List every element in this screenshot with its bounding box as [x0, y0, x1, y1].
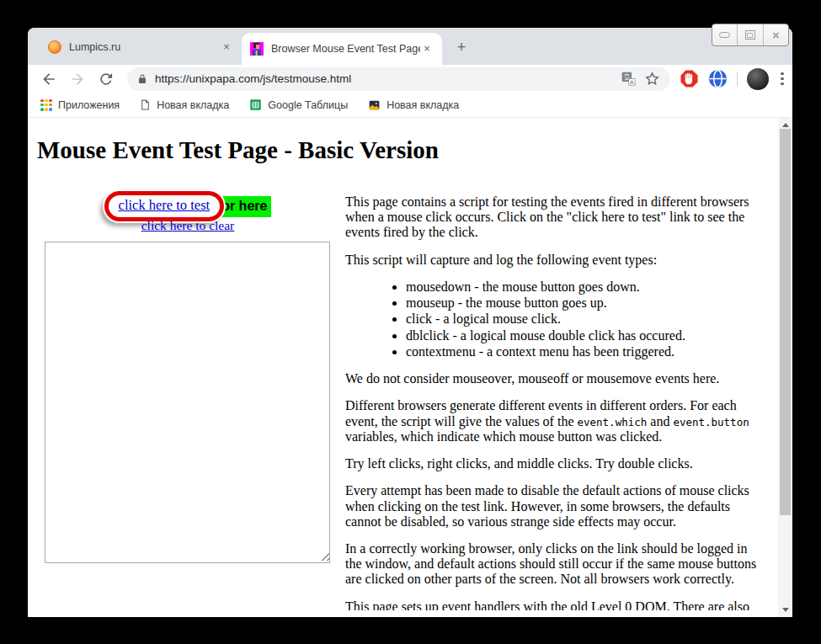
bookmark-label: Приложения: [58, 99, 120, 111]
bookmark-label: Новая вкладка: [157, 99, 229, 111]
forward-icon[interactable]: [69, 71, 86, 88]
translate-icon[interactable]: [621, 72, 636, 86]
bookmarks-bar: Приложения Новая вкладка Google Таблицы: [28, 93, 792, 118]
bookmark-new-tab-2[interactable]: Новая вкладка: [368, 99, 459, 111]
tab-close-icon[interactable]: ×: [220, 40, 233, 54]
back-icon[interactable]: [40, 71, 57, 88]
maximize-icon: [745, 30, 755, 40]
clipped-paragraph-wrap: This page sets up event handlers with th…: [345, 599, 766, 610]
tab-title: Lumpics.ru: [69, 41, 220, 53]
list-item: dblclick - a logical mouse double click …: [406, 328, 766, 343]
image-icon: [368, 99, 381, 111]
code-event-button: event.button: [673, 416, 749, 428]
paragraph-try: Try left clicks, right clicks, and middl…: [345, 456, 766, 471]
bookmark-star-icon[interactable]: [644, 71, 660, 87]
tab-close-icon[interactable]: ×: [420, 42, 434, 56]
bookmark-google-sheets[interactable]: Google Таблицы: [249, 98, 348, 111]
sheets-icon: [249, 98, 262, 111]
chrome-menu-icon[interactable]: [779, 71, 786, 88]
event-types-list: mousedown - the mouse button goes down. …: [345, 279, 766, 359]
address-bar[interactable]: https://unixpapa.com/js/testmouse.html: [127, 67, 670, 91]
bookmark-label: Новая вкладка: [387, 99, 459, 111]
tab-strip: Lumpics.ru × Browser Mouse Event Test Pa…: [28, 28, 792, 65]
clear-link-row: click here to clear: [45, 218, 331, 233]
event-log-wrapper: [45, 242, 331, 563]
close-button[interactable]: ×: [764, 24, 788, 45]
page-viewport: Mouse Event Test Page - Basic Version cl…: [28, 118, 792, 617]
minimize-button[interactable]: [712, 24, 738, 45]
paragraph-partial: This page sets up event handlers with th…: [345, 599, 766, 610]
tab-mouse-event-test[interactable]: Browser Mouse Event Test Page ×: [242, 33, 442, 65]
scrollbar-thumb[interactable]: [780, 129, 791, 515]
click-here-to-test-link[interactable]: click here to test: [119, 197, 211, 213]
description-column: This page contains a script for testing …: [345, 183, 766, 610]
scrollbar-up-icon[interactable]: [782, 123, 789, 127]
tab-title: Browser Mouse Event Test Page: [271, 43, 420, 55]
scrollbar-down-icon[interactable]: [782, 608, 789, 612]
maximize-button[interactable]: [738, 24, 763, 45]
paragraph-every: Every attempt has been made to disable t…: [345, 483, 766, 530]
apps-grid-icon: [40, 99, 52, 111]
window-controls: ×: [712, 24, 789, 46]
bookmark-label: Google Таблицы: [268, 99, 348, 111]
toolbar-divider: [737, 72, 738, 87]
red-annotation-ring: click here to test: [104, 191, 225, 221]
paragraph-different: Different browsers generate different ev…: [345, 398, 766, 444]
paragraph-capture: This script will capture and log the fol…: [345, 253, 766, 268]
close-icon: ×: [772, 29, 780, 41]
event-log-textarea[interactable]: [45, 242, 330, 563]
bookmark-apps[interactable]: Приложения: [40, 99, 120, 111]
textarea-resize-handle[interactable]: [320, 551, 329, 561]
adblock-extension-icon[interactable]: [680, 69, 699, 88]
test-column: click here to test or here click here to…: [45, 190, 331, 563]
globe-extension-icon[interactable]: [708, 69, 728, 88]
lock-icon: [137, 73, 147, 85]
page-icon: [140, 98, 151, 111]
profile-avatar[interactable]: [747, 68, 769, 90]
bookmark-new-tab-1[interactable]: Новая вкладка: [140, 98, 229, 111]
browser-window: Lumpics.ru × Browser Mouse Event Test Pa…: [28, 28, 792, 617]
or-here-link[interactable]: or here: [216, 196, 271, 217]
page-title: Mouse Event Test Page - Basic Version: [37, 136, 439, 164]
list-item: mousedown - the mouse button goes down.: [406, 279, 766, 295]
paragraph-correct: In a correctly working browser, only cli…: [345, 541, 766, 588]
tab-lumpics[interactable]: Lumpics.ru ×: [40, 35, 242, 60]
url-text[interactable]: https://unixpapa.com/js/testmouse.html: [155, 72, 613, 85]
minimize-icon: [719, 32, 730, 38]
list-item: mouseup - the mouse button goes up.: [406, 295, 766, 311]
lumpics-favicon-icon: [48, 40, 61, 54]
code-event-which: event.which: [577, 416, 647, 428]
click-here-to-clear-link[interactable]: click here to clear: [141, 218, 235, 232]
reload-icon[interactable]: [98, 71, 115, 88]
list-item: click - a logical mouse click.: [406, 311, 766, 327]
browser-toolbar: https://unixpapa.com/js/testmouse.html: [28, 65, 792, 93]
list-item: contextmenu - a context menu has been tr…: [406, 344, 766, 359]
paragraph-consider: We do not consider mouseover, mouseoff o…: [345, 371, 766, 386]
page-scrollbar[interactable]: [778, 118, 792, 617]
new-tab-button[interactable]: +: [450, 37, 472, 59]
unixpapa-favicon-icon: [250, 42, 264, 56]
paragraph-intro: This page contains a script for testing …: [345, 194, 766, 241]
